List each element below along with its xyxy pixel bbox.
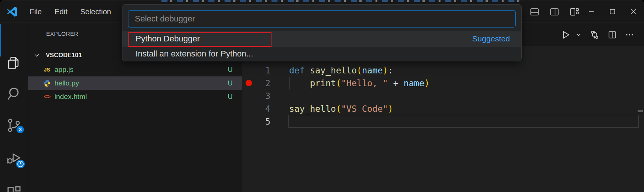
- menubar: FileEditSelection: [23, 0, 118, 23]
- close-button[interactable]: [623, 0, 644, 23]
- open-changes-icon[interactable]: [590, 30, 600, 40]
- html-file-icon: <>: [43, 93, 51, 101]
- quickpick-item-label: Install an extension for Python...: [136, 49, 253, 59]
- active-view-indicator: [0, 24, 1, 56]
- customize-layout-icon[interactable]: [569, 7, 579, 17]
- quickpick-item-meta: Suggested: [472, 34, 510, 43]
- pending-session-clock-icon: [15, 159, 26, 169]
- toggle-panel-icon[interactable]: [529, 7, 540, 17]
- code-lines[interactable]: def say_hello(name): print("Hello, " + n…: [289, 64, 430, 128]
- editor-actions: [561, 23, 634, 46]
- quickpick-placeholder: Select debugger: [135, 14, 195, 24]
- line-number-4[interactable]: 4: [256, 102, 270, 115]
- line-number-gutter[interactable]: 12345: [256, 64, 270, 128]
- red-annotation-box: [128, 32, 271, 47]
- git-untracked-badge: U: [225, 66, 236, 74]
- file-row-appjs[interactable]: JS app.js U: [28, 63, 242, 76]
- more-actions-icon[interactable]: [625, 30, 634, 40]
- javascript-file-icon: JS: [43, 66, 51, 74]
- code-line-3[interactable]: [289, 90, 430, 102]
- quickpick-input[interactable]: Select debugger: [128, 10, 516, 27]
- line-number-2[interactable]: 2: [256, 77, 270, 90]
- layout-controls: [529, 0, 579, 23]
- extensions-icon: [6, 185, 22, 192]
- code-line-2[interactable]: print("Hello, " + name): [289, 77, 430, 90]
- vscode-window: FileEditSelection: [0, 0, 644, 192]
- window-controls: [581, 0, 644, 23]
- sidebar-item-extensions[interactable]: [6, 185, 22, 192]
- quickpick-item-install-extension[interactable]: Install an extension for Python...: [122, 47, 522, 61]
- python-file-icon: [43, 79, 51, 87]
- code-editor[interactable]: 12345 def say_hello(name): print("Hello,…: [242, 46, 644, 192]
- code-line-5[interactable]: [289, 115, 430, 128]
- git-untracked-badge: U: [225, 79, 236, 87]
- sidebar-item-run-debug[interactable]: [6, 150, 22, 167]
- sidebar-title: EXPLORER: [46, 30, 78, 37]
- breakpoint-icon[interactable]: [246, 80, 252, 86]
- source-control-badge: 3: [16, 125, 25, 134]
- search-icon: [6, 86, 22, 102]
- file-name: hello.py: [54, 79, 79, 87]
- sidebar-item-source-control[interactable]: 3: [6, 117, 22, 134]
- obscured-title-text: [161, 0, 524, 2]
- folder-label: VSCODE101: [46, 52, 82, 59]
- vscode-logo-icon: [6, 6, 18, 17]
- sidebar-item-search[interactable]: [6, 86, 22, 102]
- file-row-indexhtml[interactable]: <> index.html U: [28, 90, 242, 104]
- chevron-down-icon: [33, 52, 41, 59]
- toggle-secondary-sidebar-icon[interactable]: [549, 7, 560, 17]
- file-name: app.js: [54, 66, 74, 74]
- activity-bar: 3: [0, 23, 28, 192]
- maximize-button[interactable]: [602, 0, 623, 23]
- overview-ruler-mark: [638, 110, 643, 112]
- sidebar-item-explorer[interactable]: [6, 55, 22, 71]
- line-number-1[interactable]: 1: [256, 64, 270, 77]
- run-icon[interactable]: [561, 30, 571, 40]
- file-name: index.html: [54, 93, 87, 101]
- code-line-1[interactable]: def say_hello(name):: [289, 64, 430, 77]
- files-icon: [6, 55, 22, 71]
- menu-file[interactable]: File: [23, 5, 48, 18]
- line-number-3[interactable]: 3: [256, 90, 270, 102]
- run-dropdown-icon[interactable]: [576, 32, 582, 38]
- git-untracked-badge: U: [225, 93, 236, 101]
- menu-selection[interactable]: Selection: [74, 5, 118, 18]
- menu-edit[interactable]: Edit: [48, 5, 74, 18]
- minimize-button[interactable]: [581, 0, 602, 23]
- file-row-hellopy[interactable]: hello.py U: [28, 76, 242, 90]
- line-number-5[interactable]: 5: [256, 115, 270, 128]
- select-debugger-quickpick: Select debugger Python Debugger Suggeste…: [122, 4, 522, 61]
- code-line-4[interactable]: say_hello("VS Code"): [289, 102, 430, 115]
- split-editor-icon[interactable]: [608, 30, 617, 40]
